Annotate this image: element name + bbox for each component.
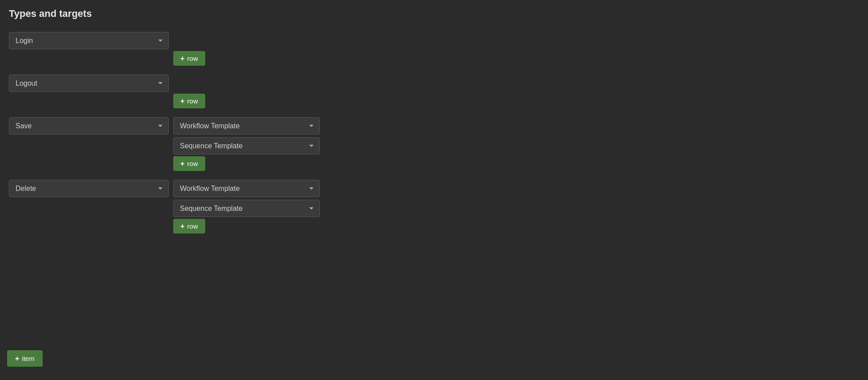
target-select-save-sequence[interactable]: Workflow Template Sequence Template bbox=[173, 137, 320, 154]
add-row-label: row bbox=[187, 222, 198, 230]
plus-icon: + bbox=[180, 55, 184, 62]
targets-column-delete: Workflow Template Sequence Template Work… bbox=[173, 180, 320, 217]
add-row-button-logout[interactable]: + row bbox=[173, 94, 205, 108]
add-row-label: row bbox=[187, 55, 198, 62]
add-row-label: row bbox=[187, 160, 198, 167]
type-select-logout[interactable]: Login Logout Save Delete bbox=[9, 75, 169, 92]
plus-icon: + bbox=[180, 223, 184, 230]
type-and-targets-row-save: Login Logout Save Delete Workflow Templa… bbox=[9, 117, 859, 154]
type-and-targets-row-logout: Login Logout Save Delete bbox=[9, 75, 859, 92]
targets-column-save: Workflow Template Sequence Template Work… bbox=[173, 117, 320, 154]
add-row-button-delete[interactable]: + row bbox=[173, 219, 205, 234]
add-item-button[interactable]: + item bbox=[7, 350, 43, 367]
target-select-delete-sequence[interactable]: Workflow Template Sequence Template bbox=[173, 200, 320, 217]
row-group-save: Login Logout Save Delete Workflow Templa… bbox=[9, 117, 859, 175]
target-select-save-workflow[interactable]: Workflow Template Sequence Template bbox=[173, 117, 320, 135]
plus-icon: + bbox=[180, 160, 184, 167]
type-select-save[interactable]: Login Logout Save Delete bbox=[9, 117, 169, 135]
row-group-login: Login Logout Save Delete + row bbox=[9, 32, 859, 70]
type-and-targets-row-login: Login Logout Save Delete bbox=[9, 32, 859, 49]
plus-icon: + bbox=[15, 355, 19, 362]
type-and-targets-row-delete: Login Logout Save Delete Workflow Templa… bbox=[9, 180, 859, 217]
type-select-login[interactable]: Login Logout Save Delete bbox=[9, 32, 169, 49]
target-select-delete-workflow[interactable]: Workflow Template Sequence Template bbox=[173, 180, 320, 197]
add-row-button-save[interactable]: + row bbox=[173, 156, 205, 171]
add-row-label: row bbox=[187, 97, 198, 105]
row-group-delete: Login Logout Save Delete Workflow Templa… bbox=[9, 180, 859, 238]
plus-icon: + bbox=[180, 98, 184, 105]
row-group-logout: Login Logout Save Delete + row bbox=[9, 75, 859, 113]
add-item-label: item bbox=[22, 355, 34, 362]
main-content: Login Logout Save Delete + row Login Log… bbox=[0, 28, 868, 251]
type-select-delete[interactable]: Login Logout Save Delete bbox=[9, 180, 169, 197]
page-title: Types and targets bbox=[0, 0, 868, 28]
add-row-button-login[interactable]: + row bbox=[173, 51, 205, 66]
